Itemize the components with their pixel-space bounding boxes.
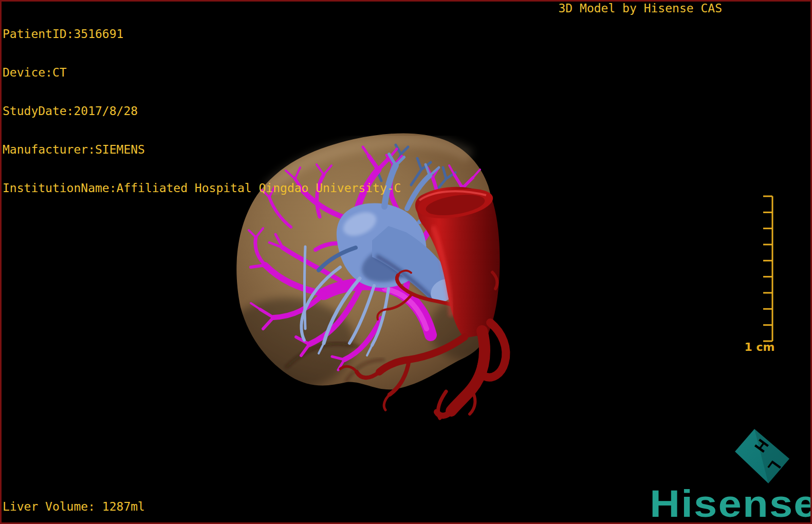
- scale-bar-ticks: [763, 196, 772, 341]
- scale-bar: [744, 191, 780, 346]
- institution-line: InstitutionName:Affiliated Hospital Qing…: [3, 182, 401, 195]
- scale-bar-label: 1 cm: [740, 341, 779, 353]
- liver-volume-readout: Liver Volume: 1287ml: [3, 500, 145, 513]
- study-date-line: StudyDate:2017/8/28: [3, 105, 401, 118]
- manufacturer-line: Manufacturer:SIEMENS: [3, 143, 401, 156]
- hisense-cube-logo: H L: [730, 423, 797, 492]
- patient-id-line: PatientID:3516691: [3, 28, 401, 41]
- watermark-text: 3D Model by Hisense CAS: [559, 2, 723, 15]
- hisense-wordmark: Hisense: [650, 485, 812, 523]
- device-line: Device:CT: [3, 66, 401, 79]
- patient-info-block: PatientID:3516691 Device:CT StudyDate:20…: [3, 2, 401, 208]
